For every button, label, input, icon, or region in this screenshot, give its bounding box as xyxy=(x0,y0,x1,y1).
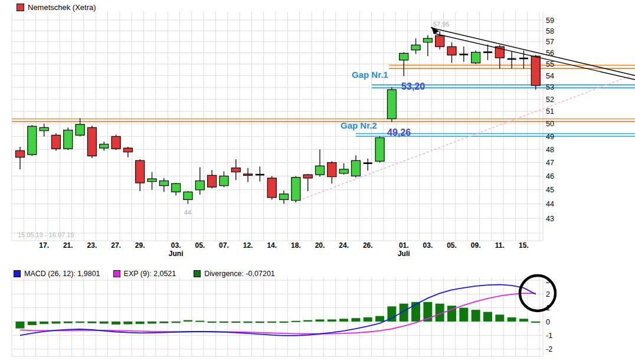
candle xyxy=(136,159,145,191)
candle-body xyxy=(123,148,132,152)
axis-label: 3 xyxy=(546,277,550,285)
divergence-bar xyxy=(184,320,192,322)
candle-body xyxy=(423,38,432,42)
axis-label: 01. xyxy=(399,241,409,250)
axis-label: -1 xyxy=(546,332,552,340)
divergence-bar xyxy=(328,320,336,322)
doji-dash xyxy=(519,58,528,60)
candle-body xyxy=(351,160,360,176)
candle-body xyxy=(411,45,420,50)
candle xyxy=(316,149,325,176)
divergence-bar xyxy=(351,318,360,322)
axis-label: 27. xyxy=(111,241,121,250)
divergence-bar xyxy=(159,322,168,323)
axis-label: 50 xyxy=(546,120,554,128)
candle-body xyxy=(472,53,480,63)
macd-legend: MACD (26, 12): 1,9801 EXP (9): 2,0521 Di… xyxy=(14,270,275,278)
candle xyxy=(148,172,156,189)
divergence-bar xyxy=(136,322,145,324)
divergence-bar xyxy=(267,322,276,323)
gridlines xyxy=(12,12,543,356)
series-marker-icon xyxy=(17,4,24,11)
candles xyxy=(16,31,541,204)
divergence-bar xyxy=(316,320,325,322)
doji-dash xyxy=(483,51,492,53)
gap2-value: 49,26 xyxy=(387,127,411,138)
candle xyxy=(123,147,132,158)
divergence-bar xyxy=(172,322,181,323)
divergence-bar xyxy=(292,321,300,322)
axis-label: 51 xyxy=(546,107,554,116)
divergence-bar xyxy=(231,322,240,323)
candle xyxy=(112,135,120,150)
axis-label: 23. xyxy=(87,241,97,250)
divergence-bar xyxy=(375,316,384,322)
stock-chart-screenshot: 59585756555453525150494847464544433210-1… xyxy=(0,0,635,364)
doji-dash xyxy=(459,54,468,55)
divergence-bar xyxy=(51,322,60,323)
divergence-bar xyxy=(459,308,468,322)
candle xyxy=(292,176,300,202)
candle xyxy=(87,126,96,158)
candle-body xyxy=(208,175,217,187)
low-annotation: 44 xyxy=(184,209,191,216)
legend-item-macd: MACD (26, 12): 1,9801 xyxy=(14,270,100,278)
axis-label: 2 xyxy=(546,290,550,299)
axis-label: 09. xyxy=(471,241,481,250)
divergence-bar xyxy=(87,322,96,323)
doji-dash xyxy=(508,58,516,60)
axis-label: 0 xyxy=(546,318,550,326)
candle-body xyxy=(136,160,145,183)
legend-item-divergence: Divergence: -0,07201 xyxy=(194,270,275,278)
candle-body xyxy=(16,150,25,157)
candle xyxy=(280,191,289,204)
candle-body xyxy=(303,175,312,178)
candle xyxy=(387,87,396,122)
divergence-bar xyxy=(508,317,516,322)
candle xyxy=(351,155,360,178)
candle-body xyxy=(76,124,84,135)
chart-canvas: 59585756555453525150494847464544433210-1… xyxy=(0,0,635,364)
axis-label: 24. xyxy=(339,241,349,250)
candle-body xyxy=(267,178,276,198)
candle-body xyxy=(244,174,253,175)
divergence-bar xyxy=(220,322,228,323)
date-range-label: 15.05.19 - 16.07.19 xyxy=(18,231,74,238)
axis-label: 21. xyxy=(63,241,73,250)
gap1-label: Gap Nr.1 xyxy=(352,70,388,80)
candle xyxy=(364,159,372,170)
candle xyxy=(472,51,480,64)
axis-label: 26. xyxy=(363,241,373,250)
legend-item-exp: EXP (9): 2,0521 xyxy=(113,270,176,278)
axis-label: 17. xyxy=(39,241,49,250)
candle-body xyxy=(339,169,348,173)
candle-body xyxy=(51,135,60,149)
candle-body xyxy=(87,127,96,156)
divergence-bar xyxy=(195,321,204,322)
divergence-bar xyxy=(472,310,480,322)
axis-label: 43 xyxy=(546,215,554,223)
candle xyxy=(339,163,348,175)
macd-swatch-icon xyxy=(14,270,21,277)
divergence-bar xyxy=(280,322,289,323)
candle xyxy=(184,191,192,204)
candle-body xyxy=(531,56,540,86)
axis-label: 20. xyxy=(315,241,325,250)
candle xyxy=(447,42,456,63)
pink-uptrend-line xyxy=(295,74,635,202)
candle xyxy=(40,124,48,136)
exp-line xyxy=(20,293,536,334)
candle-body xyxy=(375,137,384,161)
axis-label: 58 xyxy=(546,27,554,35)
axis-label: 03. xyxy=(171,241,181,250)
candle xyxy=(256,166,264,181)
candle-body xyxy=(195,181,204,190)
candle-body xyxy=(172,183,181,192)
candle xyxy=(16,147,25,169)
divergence-bar xyxy=(519,319,528,322)
divergence-bar xyxy=(339,319,348,322)
axis-label: 47 xyxy=(546,159,554,167)
axis-label: 29. xyxy=(135,241,145,250)
candle-body xyxy=(220,176,228,185)
axis-label: 05. xyxy=(195,241,205,250)
